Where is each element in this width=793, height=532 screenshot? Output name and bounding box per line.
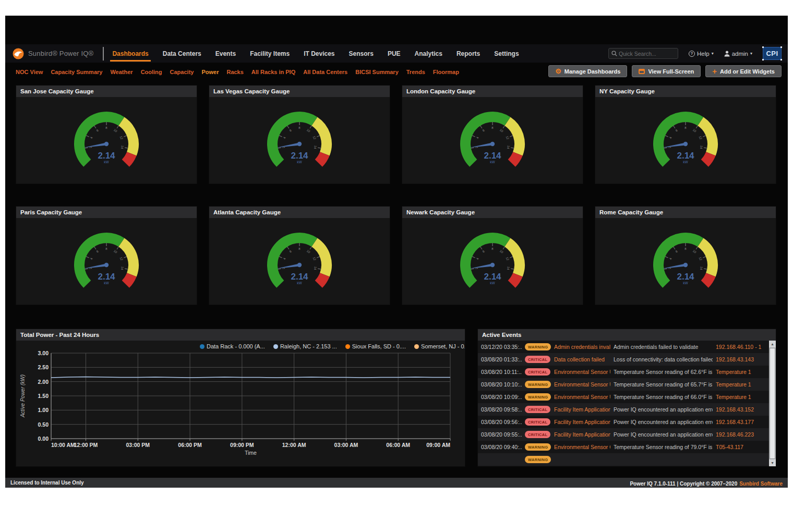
table-row[interactable]: 03/08/20 01:33:...CRITICALData collectio… <box>478 353 769 366</box>
cell-event-link[interactable]: Environmental Sensor O... <box>551 444 610 450</box>
cell-summary: Power IQ encountered an application erro… <box>610 406 713 413</box>
legend-item-somerset-nj-0-000[interactable]: Somerset, NJ - 0.000... <box>414 343 465 349</box>
svg-text:10: 10 <box>113 128 118 133</box>
manage-dashboards-button[interactable]: ⚙Manage Dashboards <box>548 65 627 77</box>
severity-badge: WARNING <box>525 393 551 401</box>
svg-text:2.00: 2.00 <box>38 379 49 385</box>
svg-text:6: 6 <box>96 128 100 132</box>
svg-text:6: 6 <box>482 128 486 132</box>
subnav-item-all-racks-in-piq[interactable]: All Racks in PIQ <box>251 69 295 75</box>
help-menu[interactable]: ? Help ▾ <box>689 51 714 57</box>
brand: Sunbird® Power IQ® <box>5 48 93 59</box>
cell-target-link[interactable]: 192.168.43.152 <box>713 406 769 413</box>
cell-target-link[interactable]: 192.168.46.110 - 1 <box>713 344 769 350</box>
cell-target-link[interactable]: T05-43.117 <box>713 444 769 450</box>
footer-bar: Licensed to Internal Use Only Power IQ 7… <box>5 478 788 488</box>
subnav-item-bicsi-summary[interactable]: BICSI Summary <box>355 69 399 75</box>
cpi-logo[interactable]: CPI <box>763 47 782 60</box>
cell-summary: Power IQ encountered an application erro… <box>610 419 713 425</box>
table-row[interactable]: 03/08/20 10:09:...WARNINGEnvironmental S… <box>478 391 769 403</box>
nav-tab-pue[interactable]: PUE <box>388 44 401 63</box>
scroll-up-icon[interactable]: ▴ <box>769 341 776 347</box>
nav-tab-sensors[interactable]: Sensors <box>349 44 374 63</box>
table-row[interactable]: 03/08/20 09:40:...WARNINGEnvironmental S… <box>478 441 769 453</box>
svg-text:14: 14 <box>507 266 510 270</box>
nav-tab-settings[interactable]: Settings <box>494 44 519 63</box>
cell-severity: CRITICAL <box>522 368 551 376</box>
cell-target-link[interactable]: 192.168.43.177 <box>713 419 769 425</box>
user-menu[interactable]: admin ▾ <box>724 51 752 57</box>
svg-text:14: 14 <box>700 145 703 149</box>
table-row[interactable]: 03/08/20 09:56:...CRITICALFacility Item … <box>478 416 769 428</box>
subnav-item-racks[interactable]: Racks <box>226 69 243 75</box>
subnav-item-trends[interactable]: Trends <box>406 69 425 75</box>
subnav-item-all-data-centers[interactable]: All Data Centers <box>303 69 347 75</box>
table-row[interactable]: 03/12/20 03:35:...WARNINGAdmin credentia… <box>478 341 769 353</box>
scrollbar-thumb[interactable] <box>770 348 775 459</box>
table-row[interactable]: 03/08/20 09:58:...CRITICALFacility Item … <box>478 403 769 416</box>
quick-search[interactable] <box>608 48 678 59</box>
legend-item-data-rack-0-000-a[interactable]: Data Rack - 0.000 (A... <box>200 343 265 349</box>
nav-tab-facility-items[interactable]: Facility Items <box>250 44 290 63</box>
cell-target-link[interactable]: 192.168.43.143 <box>713 356 769 362</box>
subnav-item-noc-view[interactable]: NOC View <box>16 69 43 75</box>
cell-target-link[interactable]: Temperature 1 <box>713 381 769 388</box>
legend-label: Sioux Falls, SD - 0.... <box>352 343 406 349</box>
cell-event-link[interactable]: Environmental Sensor U... <box>551 369 610 375</box>
gauge-body: 24681012142.14kW <box>402 97 583 184</box>
view-full-screen-button[interactable]: View Full-Screen <box>632 65 701 77</box>
app-window: Sunbird® Power IQ® DashboardsData Center… <box>5 16 788 488</box>
svg-text:2.50: 2.50 <box>38 364 49 370</box>
legend-item-sioux-falls-sd-0[interactable]: Sioux Falls, SD - 0.... <box>345 343 406 349</box>
nav-tab-reports[interactable]: Reports <box>456 44 480 63</box>
legend-dot-icon <box>414 344 419 349</box>
svg-text:kW: kW <box>490 281 495 285</box>
sunbird-software-link[interactable]: Sunbird Software <box>739 481 783 487</box>
table-row[interactable]: WARNING <box>478 453 769 466</box>
cell-event-link[interactable]: Admin credentials invalid <box>551 344 610 350</box>
cell-event-link[interactable]: Data collection failed <box>551 356 610 362</box>
subnav-item-floormap[interactable]: Floormap <box>433 69 459 75</box>
legend-item-raleigh-nc-2-153[interactable]: Raleigh, NC - 2.153 ... <box>273 343 337 349</box>
cell-event-link[interactable]: Facility Item Application ... <box>551 406 610 413</box>
widget-title: Rome Capacity Gauge <box>595 207 776 218</box>
svg-text:10: 10 <box>692 249 697 254</box>
cell-target-link[interactable]: Temperature 1 <box>713 369 769 375</box>
svg-text:4: 4 <box>90 257 93 260</box>
cell-event-link[interactable]: Facility Item Application ... <box>551 431 610 438</box>
subnav-item-weather[interactable]: Weather <box>110 69 133 75</box>
nav-tab-it-devices[interactable]: IT Devices <box>304 44 334 63</box>
svg-text:14: 14 <box>121 266 124 270</box>
subnav-item-capacity-summary[interactable]: Capacity Summary <box>51 69 102 75</box>
events-scrollbar[interactable]: ▴ ▾ <box>769 341 776 466</box>
nav-tab-events[interactable]: Events <box>215 44 236 63</box>
svg-text:kW: kW <box>297 160 302 164</box>
capacity-gauge-chart: 24681012142.14kW <box>49 218 164 304</box>
nav-tab-analytics[interactable]: Analytics <box>415 44 442 63</box>
table-row[interactable]: 03/08/20 10:10:...WARNINGEnvironmental S… <box>478 378 769 391</box>
sunbird-logo-icon <box>13 48 24 59</box>
svg-text:kW: kW <box>683 281 688 285</box>
subnav-item-cooling[interactable]: Cooling <box>141 69 162 75</box>
cell-event-link[interactable]: Facility Item Application ... <box>551 419 610 425</box>
svg-text:6: 6 <box>289 128 293 132</box>
cell-target-link[interactable]: 192.168.46.223 <box>713 431 769 438</box>
subnav-item-capacity[interactable]: Capacity <box>170 69 194 75</box>
scroll-down-icon[interactable]: ▾ <box>769 460 776 466</box>
cell-summary: Admin credentials failed to validate <box>610 344 713 350</box>
cell-event-link[interactable]: Environmental Sensor U... <box>551 381 610 388</box>
cell-severity: WARNING <box>522 343 551 350</box>
button-label: Manage Dashboards <box>564 68 621 75</box>
severity-badge: CRITICAL <box>525 368 550 376</box>
cell-event-link[interactable]: Environmental Sensor U... <box>551 394 610 400</box>
svg-text:Active Power (kW): Active Power (kW) <box>20 374 26 418</box>
add-or-edit-widgets-button[interactable]: +Add or Edit Widgets <box>705 65 782 77</box>
search-input[interactable] <box>619 51 675 57</box>
nav-tab-dashboards[interactable]: Dashboards <box>112 44 148 63</box>
subnav-item-power[interactable]: Power <box>201 69 219 75</box>
table-row[interactable]: 03/08/20 10:11:...CRITICALEnvironmental … <box>478 366 769 378</box>
table-row[interactable]: 03/08/20 09:55:...CRITICALFacility Item … <box>478 428 769 441</box>
capacity-gauge-chart: 24681012142.14kW <box>435 97 550 183</box>
cell-target-link[interactable]: Temperature 1 <box>713 394 769 400</box>
nav-tab-data-centers[interactable]: Data Centers <box>163 44 201 63</box>
